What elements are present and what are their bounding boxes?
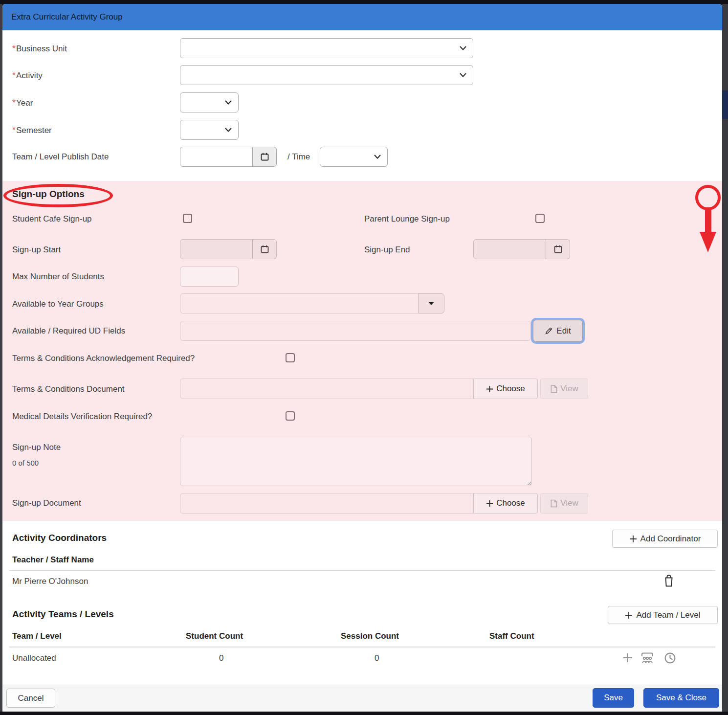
- year-groups-input[interactable]: [180, 293, 419, 313]
- plus-icon: [486, 385, 493, 393]
- activity-group-dialog: Extra Curricular Activity Group *Busines…: [2, 4, 722, 712]
- pencil-icon: [545, 327, 553, 335]
- group-icon: [640, 651, 655, 664]
- teams-heading: Activity Teams / Levels: [12, 609, 114, 620]
- chevron-down-icon: [225, 128, 232, 132]
- student-cafe-checkbox[interactable]: [183, 214, 192, 223]
- max-students-input[interactable]: [180, 267, 239, 287]
- required-marker: *: [12, 70, 16, 80]
- calendar-icon: [553, 245, 563, 254]
- cancel-button[interactable]: Cancel: [6, 689, 55, 708]
- delete-coordinator-button[interactable]: [663, 574, 674, 587]
- plus-icon: [486, 500, 493, 507]
- note-counter: 0 of 500: [12, 458, 39, 469]
- document-icon: [550, 499, 557, 508]
- signup-doc-input[interactable]: [180, 493, 473, 514]
- staff-count-column-header: Staff Count: [489, 631, 534, 641]
- activity-select[interactable]: [180, 65, 473, 85]
- dialog-title: Extra Curricular Activity Group: [11, 4, 123, 30]
- signup-end-calendar-button[interactable]: [546, 239, 570, 259]
- choose-button-label: Choose: [496, 498, 525, 508]
- dialog-header: Extra Curricular Activity Group: [2, 4, 722, 30]
- team-level-column-header: Team / Level: [12, 631, 62, 641]
- signup-note-textarea[interactable]: [180, 437, 532, 486]
- student-count-cell: 0: [219, 653, 223, 663]
- teacher-staff-column-header: Teacher / Staff Name: [12, 555, 94, 565]
- document-icon: [550, 385, 557, 393]
- tc-doc-choose-button[interactable]: Choose: [473, 379, 538, 399]
- team-students-button[interactable]: [640, 651, 655, 664]
- ud-fields-input[interactable]: [180, 321, 531, 341]
- business-unit-select[interactable]: [180, 38, 473, 58]
- publish-date-calendar-button[interactable]: [252, 147, 277, 167]
- chevron-down-icon: [460, 73, 466, 77]
- add-session-button[interactable]: [622, 652, 634, 664]
- chevron-down-icon: [460, 46, 466, 50]
- signup-doc-view-button[interactable]: View: [540, 493, 588, 514]
- parent-lounge-checkbox[interactable]: [535, 214, 545, 223]
- tc-ack-label: Terms & Conditions Acknowledgement Requi…: [12, 353, 195, 364]
- signup-doc-choose-button[interactable]: Choose: [473, 493, 538, 514]
- divider: [9, 570, 715, 571]
- semester-label: *Semester: [12, 125, 52, 136]
- view-button-label: View: [560, 384, 578, 394]
- session-count-cell: 0: [375, 653, 379, 663]
- annotation-arrow-head: [700, 232, 716, 252]
- add-team-level-button[interactable]: Add Team / Level: [608, 606, 718, 624]
- calendar-icon: [260, 152, 269, 161]
- plus-icon: [625, 611, 633, 619]
- view-button-label: View: [560, 498, 578, 508]
- signup-start-label: Sign-up Start: [12, 245, 61, 255]
- medical-label: Medical Details Verification Required?: [12, 411, 152, 422]
- time-label: / Time: [287, 152, 310, 162]
- publish-date-input[interactable]: [180, 147, 253, 167]
- choose-button-label: Choose: [496, 384, 525, 394]
- year-groups-label: Available to Year Groups: [12, 299, 104, 310]
- add-team-level-label: Add Team / Level: [636, 610, 700, 620]
- tc-ack-checkbox[interactable]: [286, 353, 295, 362]
- signup-options-section: Sign-up Options Student Cafe Sign-up Par…: [2, 181, 722, 521]
- coordinators-heading: Activity Coordinators: [12, 533, 107, 543]
- signup-start-calendar-button[interactable]: [252, 239, 277, 259]
- calendar-icon: [260, 245, 269, 254]
- tc-doc-input[interactable]: [180, 379, 473, 399]
- plus-icon: [629, 535, 637, 543]
- required-marker: *: [12, 125, 16, 135]
- year-select[interactable]: [180, 92, 239, 112]
- tc-doc-label: Terms & Conditions Document: [12, 384, 125, 395]
- activity-label: *Activity: [12, 70, 43, 81]
- backdrop-accent: [722, 90, 728, 119]
- coordinator-name: Mr Pierre O'Johnson: [12, 577, 88, 586]
- signup-end-label: Sign-up End: [364, 245, 410, 255]
- tc-doc-view-button[interactable]: View: [540, 379, 588, 399]
- divider: [9, 647, 715, 648]
- max-students-label: Max Number of Students: [12, 271, 104, 282]
- publish-time-select[interactable]: [320, 147, 388, 167]
- year-groups-dropdown-button[interactable]: [418, 293, 444, 313]
- save-close-button[interactable]: Save & Close: [643, 688, 719, 708]
- team-schedule-button[interactable]: [664, 652, 676, 664]
- required-marker: *: [12, 44, 16, 53]
- save-button[interactable]: Save: [593, 688, 634, 708]
- student-count-column-header: Student Count: [186, 631, 243, 641]
- edit-ud-fields-button[interactable]: Edit: [533, 320, 583, 342]
- chevron-down-icon: [374, 155, 381, 159]
- collapse-signup-button[interactable]: [701, 192, 715, 204]
- signup-doc-label: Sign-up Document: [12, 498, 81, 509]
- annotation-arrow-shaft: [705, 209, 711, 233]
- signup-note-label: Sign-up Note: [12, 442, 61, 453]
- year-label: *Year: [12, 97, 33, 109]
- required-marker: *: [12, 98, 16, 108]
- parent-lounge-label: Parent Lounge Sign-up: [364, 214, 450, 224]
- semester-select[interactable]: [180, 120, 239, 140]
- medical-checkbox[interactable]: [286, 411, 295, 421]
- signup-end-input[interactable]: [473, 239, 546, 259]
- student-cafe-label: Student Cafe Sign-up: [12, 214, 92, 224]
- add-coordinator-button[interactable]: Add Coordinator: [612, 530, 718, 548]
- signup-options-heading: Sign-up Options: [12, 189, 85, 200]
- publish-date-label: Team / Level Publish Date: [12, 152, 109, 162]
- session-count-column-header: Session Count: [341, 631, 399, 641]
- signup-start-input[interactable]: [180, 239, 253, 259]
- caret-down-icon: [428, 302, 434, 305]
- plus-icon: [622, 652, 634, 664]
